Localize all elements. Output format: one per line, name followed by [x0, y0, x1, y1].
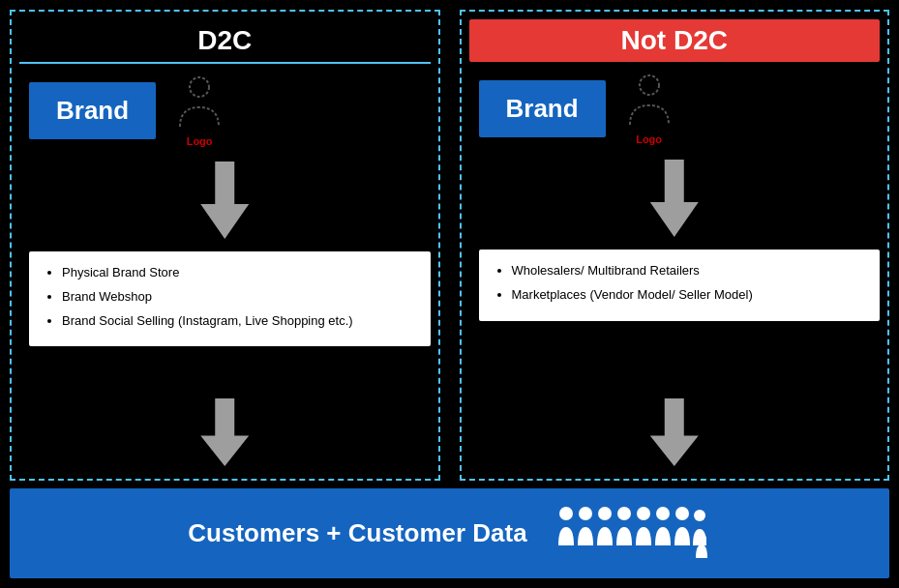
- notd2c-bullet-1: Wholesalers/ Multibrand Retailers: [512, 261, 865, 281]
- notd2c-bullet-box: Wholesalers/ Multibrand Retailers Market…: [479, 250, 881, 321]
- d2c-logo-text: Logo: [187, 135, 213, 147]
- notd2c-logo-placeholder: Logo: [620, 72, 678, 145]
- svg-point-3: [579, 507, 592, 520]
- notd2c-arrow-top: [469, 155, 881, 242]
- notd2c-header: Not D2C: [469, 19, 881, 62]
- d2c-bullet-box: Physical Brand Store Brand Webshop Brand…: [29, 251, 431, 346]
- d2c-arrow-shape-bottom: [200, 398, 249, 466]
- d2c-arrow-shape-top: [200, 162, 249, 239]
- bottom-bar: Customers + Customer Data: [10, 488, 889, 578]
- svg-point-0: [190, 77, 209, 97]
- notd2c-bullet-2: Marketplaces (Vendor Model/ Seller Model…: [512, 285, 865, 306]
- svg-point-10: [697, 534, 706, 544]
- bottom-bar-text: Customers + Customer Data: [188, 518, 526, 548]
- d2c-brand-row: Brand Logo: [19, 74, 431, 147]
- notd2c-brand-row: Brand Logo: [469, 72, 881, 145]
- d2c-logo-icon: [170, 74, 228, 139]
- svg-point-4: [598, 507, 612, 520]
- d2c-brand-box: Brand: [29, 82, 156, 139]
- d2c-bullet-2: Brand Webshop: [62, 287, 415, 308]
- notd2c-bullet-list: Wholesalers/ Multibrand Retailers Market…: [494, 261, 865, 306]
- svg-point-8: [675, 507, 689, 520]
- svg-point-2: [559, 507, 573, 520]
- notd2c-logo-icon: [620, 72, 678, 137]
- d2c-header: D2C: [19, 19, 431, 64]
- notd2c-arrow-shape-bottom: [650, 398, 699, 466]
- d2c-arrow-bottom: [19, 389, 431, 471]
- notd2c-column: Not D2C Brand Logo W: [460, 10, 890, 481]
- d2c-arrow-top: [19, 157, 431, 244]
- notd2c-arrow-bottom: [469, 389, 881, 471]
- columns-wrapper: D2C Brand Logo: [10, 10, 889, 481]
- svg-point-5: [617, 507, 631, 520]
- notd2c-brand-box: Brand: [479, 80, 606, 137]
- main-container: D2C Brand Logo: [0, 0, 899, 588]
- d2c-bullet-list: Physical Brand Store Brand Webshop Brand…: [45, 263, 415, 331]
- svg-point-7: [656, 507, 670, 520]
- notd2c-arrow-shape-top: [650, 160, 699, 237]
- svg-point-6: [637, 507, 650, 520]
- notd2c-logo-text: Logo: [636, 133, 662, 145]
- d2c-logo-placeholder: Logo: [170, 74, 228, 147]
- d2c-column: D2C Brand Logo: [10, 10, 440, 481]
- svg-point-1: [640, 75, 659, 95]
- svg-point-9: [694, 510, 705, 521]
- d2c-bullet-1: Physical Brand Store: [62, 263, 415, 283]
- d2c-bullet-3: Brand Social Selling (Instagram, Live Sh…: [62, 311, 415, 332]
- people-group-icon: [556, 502, 711, 565]
